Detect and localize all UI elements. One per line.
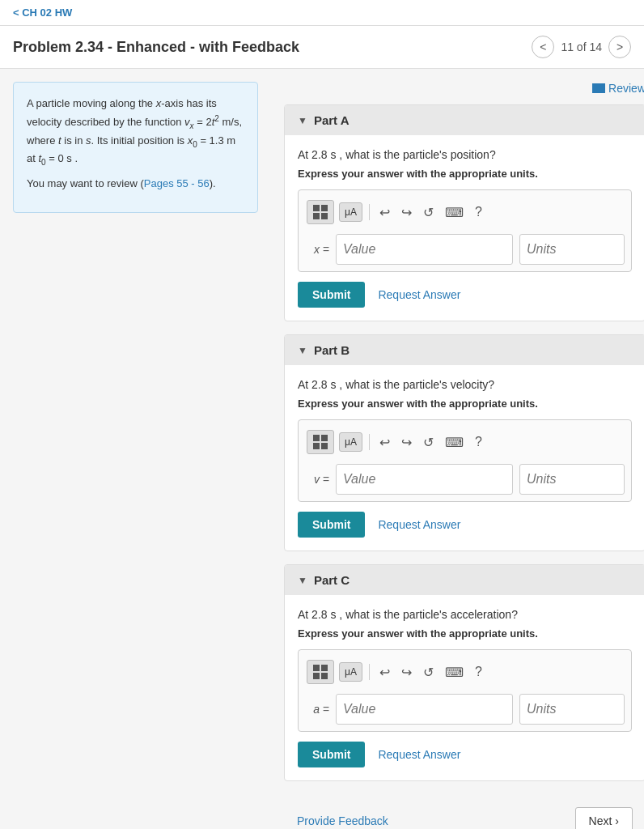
next-chevron-icon: ›: [615, 814, 619, 827]
part-a-keyboard-icon[interactable]: ⌨: [442, 203, 467, 222]
part-c-var-label: a =: [305, 703, 329, 716]
pagination: < 11 of 14 >: [532, 36, 631, 58]
part-b-mu-button[interactable]: μA: [339, 432, 362, 452]
svg-rect-6: [313, 443, 320, 449]
part-b-reset-icon[interactable]: ↺: [420, 433, 437, 452]
part-a-help-icon[interactable]: ?: [472, 203, 485, 221]
svg-rect-0: [313, 205, 320, 211]
part-c-body: At 2.8 s , what is the particle's accele…: [285, 595, 644, 780]
part-c-label: Part C: [314, 573, 350, 587]
svg-rect-8: [313, 665, 320, 671]
part-b-redo-icon[interactable]: ↪: [398, 433, 415, 452]
part-a-undo-icon[interactable]: ↩: [376, 203, 393, 222]
part-a-value-input[interactable]: [336, 234, 513, 265]
part-c-value-input[interactable]: [336, 694, 513, 725]
part-c-keyboard-icon[interactable]: ⌨: [442, 663, 467, 682]
part-c-submit-button[interactable]: Submit: [298, 742, 365, 767]
next-page-button[interactable]: >: [608, 36, 631, 58]
part-b-arrow[interactable]: ▼: [298, 345, 307, 356]
part-c-reset-icon[interactable]: ↺: [420, 663, 437, 682]
part-c-instruction: Express your answer with the appropriate…: [298, 627, 632, 640]
bottom-bar: Provide Feedback Next ›: [284, 794, 644, 829]
next-button[interactable]: Next ›: [575, 807, 633, 829]
part-a-redo-icon[interactable]: ↪: [398, 203, 415, 222]
part-c-actions: Submit Request Answer: [298, 742, 632, 767]
part-c-arrow[interactable]: ▼: [298, 575, 307, 586]
part-b-question: At 2.8 s , what is the particle's veloci…: [298, 378, 632, 391]
part-a-toolbar: μA ↩ ↪ ↺ ⌨ ?: [305, 197, 625, 227]
review-button[interactable]: Review: [592, 82, 644, 95]
part-a-question: At 2.8 s , what is the particle's positi…: [298, 148, 632, 161]
part-c-input-row: a =: [305, 694, 625, 725]
back-link[interactable]: < CH 02 HW: [13, 6, 72, 19]
prev-page-button[interactable]: <: [532, 36, 554, 58]
part-b-value-input[interactable]: [336, 464, 513, 495]
part-b-units-input[interactable]: [519, 464, 625, 495]
part-a-card: ▼ Part A At 2.8 s , what is the particle…: [284, 104, 644, 321]
part-a-reset-icon[interactable]: ↺: [420, 203, 437, 222]
part-a-input-row: x =: [305, 234, 625, 265]
part-c-help-icon[interactable]: ?: [472, 663, 485, 681]
pagination-text: 11 of 14: [561, 40, 602, 53]
part-a-submit-button[interactable]: Submit: [298, 282, 365, 308]
part-b-var-label: v =: [305, 473, 329, 486]
part-a-body: At 2.8 s , what is the particle's positi…: [285, 135, 644, 321]
top-nav[interactable]: < CH 02 HW: [0, 0, 644, 26]
part-b-label: Part B: [314, 343, 350, 357]
part-b-request-answer-link[interactable]: Request Answer: [378, 518, 460, 531]
grid-icon: [312, 204, 328, 220]
part-c-request-answer-link[interactable]: Request Answer: [378, 748, 460, 761]
grid-icon-c: [312, 664, 328, 680]
part-a-request-answer-link[interactable]: Request Answer: [378, 288, 460, 301]
part-c-redo-icon[interactable]: ↪: [398, 663, 415, 682]
part-c-toolbar: μA ↩ ↪ ↺ ⌨ ?: [305, 657, 625, 687]
part-b-body: At 2.8 s , what is the particle's veloci…: [285, 365, 644, 551]
part-c-grid-icon-button[interactable]: [307, 660, 334, 684]
part-a-grid-icon-button[interactable]: [307, 200, 334, 224]
part-c-undo-icon[interactable]: ↩: [376, 663, 393, 682]
part-b-toolbar: μA ↩ ↪ ↺ ⌨ ?: [305, 427, 625, 457]
main-layout: A particle moving along the x-axis has i…: [0, 69, 644, 829]
svg-rect-9: [321, 665, 328, 671]
svg-rect-11: [321, 673, 328, 679]
part-c-units-input[interactable]: [519, 694, 625, 725]
svg-rect-2: [313, 213, 320, 219]
part-b-actions: Submit Request Answer: [298, 512, 632, 538]
part-c-mu-button[interactable]: μA: [339, 662, 362, 682]
part-c-card: ▼ Part C At 2.8 s , what is the particle…: [284, 564, 644, 781]
mu-label: μA: [345, 206, 357, 218]
part-c-answer-box: μA ↩ ↪ ↺ ⌨ ? a =: [298, 649, 632, 732]
part-b-help-icon[interactable]: ?: [472, 433, 485, 451]
part-a-units-input[interactable]: [519, 234, 625, 265]
next-label: Next: [589, 814, 612, 827]
part-b-submit-button[interactable]: Submit: [298, 512, 365, 538]
part-a-actions: Submit Request Answer: [298, 282, 632, 308]
grid-icon-b: [312, 434, 328, 450]
provide-feedback-link[interactable]: Provide Feedback: [297, 814, 388, 827]
review-pages-link[interactable]: Pages 55 - 56: [144, 177, 210, 189]
svg-rect-10: [313, 673, 320, 679]
part-b-undo-icon[interactable]: ↩: [376, 433, 393, 452]
svg-rect-3: [321, 213, 328, 219]
part-a-instruction: Express your answer with the appropriate…: [298, 168, 632, 180]
review-bar: Review: [284, 82, 644, 95]
part-c-question: At 2.8 s , what is the particle's accele…: [298, 608, 632, 621]
part-b-keyboard-icon[interactable]: ⌨: [442, 433, 467, 452]
part-c-header: ▼ Part C: [285, 565, 644, 595]
part-b-card: ▼ Part B At 2.8 s , what is the particle…: [284, 334, 644, 551]
part-b-grid-icon-button[interactable]: [307, 430, 334, 454]
sep1: [369, 204, 370, 220]
content-area: Review ▼ Part A At 2.8 s , what is the p…: [271, 69, 644, 829]
part-a-arrow[interactable]: ▼: [298, 115, 307, 126]
review-label: Review: [608, 82, 644, 95]
context-review: You may want to review (Pages 55 - 56).: [27, 176, 244, 193]
sep3: [369, 664, 370, 680]
svg-rect-7: [321, 443, 328, 449]
page-header: Problem 2.34 - Enhanced - with Feedback …: [0, 26, 644, 69]
part-b-instruction: Express your answer with the appropriate…: [298, 397, 632, 410]
svg-rect-4: [313, 435, 320, 441]
part-a-mu-button[interactable]: μA: [339, 202, 362, 222]
problem-context: A particle moving along the x-axis has i…: [13, 82, 258, 213]
svg-rect-1: [321, 205, 328, 211]
part-a-var-label: x =: [305, 243, 329, 256]
